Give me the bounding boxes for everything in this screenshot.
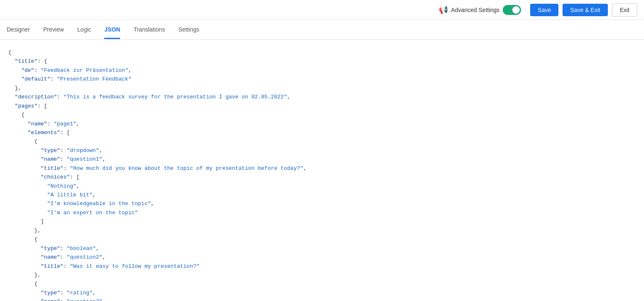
tab-translations[interactable]: Translations: [133, 20, 165, 39]
json-content: { "title": { "de": "Feedback zur Präsent…: [8, 48, 636, 301]
top-bar: 📢 Advanced Settings Save Save & Exit Exi…: [0, 0, 644, 20]
tab-navigation: Designer Preview Logic JSON Translations…: [0, 20, 644, 40]
tab-designer[interactable]: Designer: [7, 20, 30, 39]
toggle-thumb: [512, 6, 520, 14]
tab-preview[interactable]: Preview: [43, 20, 64, 39]
advanced-settings-group: 📢 Advanced Settings: [439, 5, 521, 15]
toggle-track[interactable]: [503, 5, 521, 15]
tab-json[interactable]: JSON: [104, 20, 120, 39]
advanced-settings-toggle[interactable]: [503, 5, 521, 15]
json-editor[interactable]: { "title": { "de": "Feedback zur Präsent…: [0, 40, 644, 301]
tab-settings[interactable]: Settings: [178, 20, 199, 39]
exit-button[interactable]: Exit: [612, 3, 637, 17]
tab-logic[interactable]: Logic: [77, 20, 91, 39]
save-button[interactable]: Save: [530, 4, 558, 16]
megaphone-icon: 📢: [439, 5, 448, 15]
advanced-settings-label: Advanced Settings: [451, 7, 500, 13]
save-exit-button[interactable]: Save & Exit: [563, 4, 607, 16]
